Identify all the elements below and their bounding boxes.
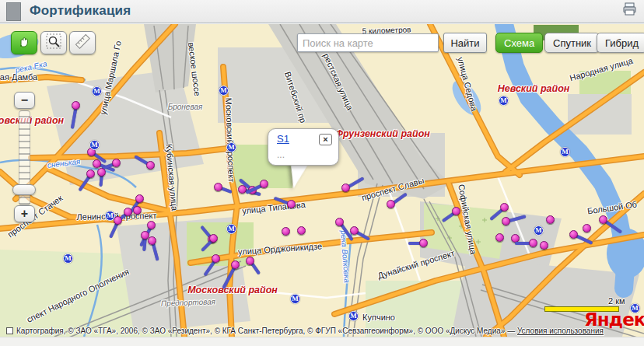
map-label: спект Народного Ополчения (25, 267, 130, 324)
pin-dot[interactable] (540, 241, 548, 250)
pin-dot[interactable] (97, 168, 106, 176)
map-label: Витебский пр (283, 71, 309, 124)
pin-dot[interactable] (495, 233, 504, 242)
zoom-slider-thumb[interactable] (12, 184, 36, 195)
metro-station-icon[interactable]: М (226, 224, 236, 234)
map-label: Московский район (187, 285, 278, 295)
pin-dot[interactable] (72, 101, 80, 110)
pin-dot[interactable] (419, 239, 428, 247)
layer-button-hybrid[interactable]: Гибрид (597, 33, 644, 53)
attribution: Картография, © ЗАО «ТГА», 2006, © ЗАО «Р… (6, 327, 604, 335)
search-button[interactable]: Найти (443, 33, 487, 53)
pin-dot[interactable] (350, 226, 359, 235)
pin-dot[interactable] (529, 239, 537, 247)
print-icon[interactable] (622, 2, 638, 16)
pin-dot[interactable] (297, 226, 306, 235)
pin-dot[interactable] (114, 216, 122, 225)
map-label: улица Маршала Го (98, 40, 123, 115)
pin-dot[interactable] (500, 203, 509, 211)
map-label: улица Орджоникидзе (238, 241, 323, 257)
metro-station-icon[interactable]: М (290, 294, 300, 304)
map-balloon: S1 ... × (268, 128, 339, 166)
map-label: Купчино (362, 313, 395, 322)
map-label: Невский район (498, 83, 570, 94)
pin-dot[interactable] (260, 180, 268, 188)
attribution-text: Картография, © ЗАО «ТГА», 2006, © ЗАО «Р… (16, 327, 517, 335)
map-label: веское шоссе (187, 42, 202, 97)
pin-dot[interactable] (452, 207, 460, 215)
map-label: Предпортовая (161, 297, 215, 307)
balloon-title-link[interactable]: S1 (277, 133, 289, 145)
pin-dot[interactable] (282, 227, 290, 236)
map-label: Большой Об (586, 200, 637, 216)
footer-strip (0, 337, 644, 346)
pin-dot[interactable] (146, 161, 155, 170)
pin-dot[interactable] (502, 217, 510, 225)
metro-station-icon[interactable]: М (534, 225, 544, 236)
pin-dot[interactable] (335, 218, 344, 226)
map-label: проспект Славы (360, 176, 425, 202)
pin-dot[interactable] (287, 200, 296, 208)
pin-dot[interactable] (583, 224, 591, 232)
balloon-close-icon[interactable]: × (319, 134, 332, 145)
magnifier-selection-icon (45, 33, 62, 53)
balloon-tail (288, 163, 307, 190)
metro-station-icon[interactable]: М (219, 86, 229, 96)
metro-station-icon[interactable]: М (89, 140, 100, 150)
zoom-in-button[interactable]: + (14, 205, 35, 222)
pin-dot[interactable] (86, 170, 95, 178)
pin-dot[interactable] (209, 234, 218, 243)
pin-dot[interactable] (569, 230, 578, 239)
header-bar: Фортификация (0, 0, 644, 23)
hand-icon (16, 33, 32, 52)
search-input[interactable] (297, 33, 439, 52)
metro-station-icon[interactable]: М (105, 211, 115, 221)
balloon-body: ... (277, 149, 285, 160)
pin-dot[interactable] (148, 236, 156, 245)
metro-station-icon[interactable]: М (499, 96, 509, 106)
pin-dot[interactable] (93, 159, 101, 168)
app-window: Фортификация (0, 0, 644, 346)
pin-dot[interactable] (341, 183, 350, 192)
map-label: овский район (0, 115, 64, 126)
pin-dot[interactable] (112, 159, 121, 167)
pin-dot[interactable] (387, 200, 395, 208)
pin-dot[interactable] (231, 260, 240, 269)
map-label: Дунайский проспект (376, 248, 456, 281)
map-label: Народная улица (569, 56, 634, 83)
map-canvas[interactable]: овский районМосковский районФрунзенский … (0, 24, 644, 337)
attribution-terms-link[interactable]: Условия использования (517, 327, 604, 335)
pan-hand-tool[interactable] (11, 31, 37, 54)
layer-button-scheme[interactable]: Схема (495, 33, 543, 53)
metro-station-icon[interactable]: М (348, 311, 359, 321)
zoom-out-button[interactable]: − (14, 92, 35, 109)
pin-dot[interactable] (147, 221, 156, 229)
metro-station-icon[interactable]: М (226, 142, 236, 152)
measure-ruler-tool[interactable] (69, 31, 96, 54)
header-logo-square (6, 2, 21, 21)
map-label: Фрунзенский район (335, 128, 430, 139)
pin-dot[interactable] (133, 206, 142, 215)
map-label: Броневая (168, 103, 203, 111)
map-label: сненькая (47, 157, 80, 170)
map-label: улица Типанова (242, 200, 306, 215)
pin-dot[interactable] (599, 215, 607, 224)
attribution-box-icon (6, 327, 13, 334)
pin-dot[interactable] (212, 254, 220, 263)
map-label: рестская улица (322, 52, 355, 112)
pin-dot[interactable] (214, 183, 222, 191)
pin-dot[interactable] (246, 257, 254, 265)
layer-button-satellite[interactable]: Спутник (544, 33, 600, 53)
metro-station-icon[interactable]: М (560, 147, 570, 157)
pin-dot[interactable] (135, 194, 144, 203)
map-label: Кубинская улица (164, 143, 179, 211)
map-overlay: овский районМосковский районФрунзенский … (0, 24, 644, 337)
metro-station-icon[interactable]: М (63, 253, 73, 264)
pin-dot[interactable] (124, 208, 132, 216)
map-label: Софийская улица (457, 183, 478, 255)
metro-station-icon[interactable]: М (92, 86, 102, 96)
page-title: Фортификация (30, 3, 131, 19)
pin-dot[interactable] (546, 215, 555, 224)
zoom-select-tool[interactable] (40, 31, 67, 54)
ruler-icon (74, 33, 91, 53)
